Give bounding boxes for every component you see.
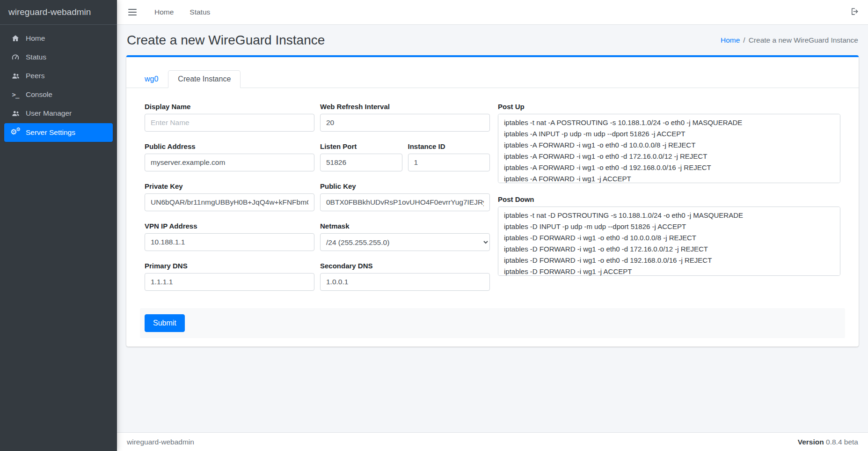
netmask-select[interactable]: /24 (255.255.255.0): [320, 233, 490, 251]
breadcrumb-current: Create a new WireGuard Instance: [749, 36, 858, 44]
instance-id-input[interactable]: [408, 154, 490, 171]
sign-out-icon: [850, 7, 859, 17]
post-down-textarea[interactable]: iptables -t nat -D POSTROUTING -s 10.188…: [498, 207, 840, 276]
post-up-label: Post Up: [498, 103, 840, 111]
web-refresh-interval-label: Web Refresh Interval: [320, 103, 490, 111]
form-footer: Submit: [140, 308, 845, 338]
navbar-link-home[interactable]: Home: [154, 8, 174, 16]
secondary-dns-label: Secondary DNS: [320, 262, 490, 270]
users-icon: [9, 72, 22, 80]
sidebar-item-label: User Manager: [26, 109, 72, 118]
vpn-ip-group: VPN IP Address: [145, 222, 314, 251]
sidebar-item-label: Home: [26, 34, 45, 43]
footer-brand: wireguard-webadmin: [127, 438, 194, 446]
sidebar-item-home[interactable]: Home: [4, 30, 113, 47]
users-gear-icon: [9, 109, 22, 118]
breadcrumb-home-link[interactable]: Home: [721, 36, 740, 44]
breadcrumb: Home / Create a new WireGuard Instance: [721, 36, 858, 44]
sidebar: wireguard-webadmin Home Status Peers: [0, 0, 117, 451]
footer-version: Version 0.8.4 beta: [798, 438, 858, 446]
sidebar-item-console[interactable]: >_ Console: [4, 86, 113, 104]
sidebar-item-server-settings[interactable]: ⚙⚙ Server Settings: [4, 123, 113, 142]
vpn-ip-input[interactable]: [145, 233, 314, 251]
private-key-group: Private Key: [145, 182, 314, 211]
public-address-group: Public Address: [145, 142, 314, 171]
web-refresh-interval-input[interactable]: [320, 114, 490, 132]
form-right-column: Post Up iptables -t nat -A POSTROUTING -…: [498, 103, 840, 302]
primary-dns-input[interactable]: [145, 273, 314, 291]
terminal-icon: >_: [9, 91, 22, 98]
app-root: wireguard-webadmin Home Status Peers: [0, 0, 868, 451]
vpn-ip-label: VPN IP Address: [145, 222, 314, 230]
tab-create-instance[interactable]: Create Instance: [168, 70, 241, 88]
listen-port-input[interactable]: [320, 154, 402, 171]
instance-id-group: Instance ID: [408, 142, 490, 171]
post-down-label: Post Down: [498, 195, 840, 203]
public-address-input[interactable]: [145, 154, 314, 171]
top-navbar: Home Status: [117, 0, 868, 25]
sidebar-item-label: Console: [26, 90, 52, 99]
secondary-dns-input[interactable]: [320, 273, 490, 291]
listen-port-label: Listen Port: [320, 142, 402, 150]
port-id-row: Listen Port Instance ID: [320, 142, 490, 182]
secondary-dns-group: Secondary DNS: [320, 262, 490, 291]
public-key-group: Public Key: [320, 182, 490, 211]
gears-icon: ⚙⚙: [9, 128, 22, 137]
web-refresh-interval-group: Web Refresh Interval: [320, 103, 490, 132]
logout-button[interactable]: [850, 7, 859, 17]
instance-tabs: wg0 Create Instance: [135, 70, 850, 88]
instance-form: Display Name Web Refresh Interval Public…: [145, 103, 840, 302]
public-key-label: Public Key: [320, 182, 490, 190]
submit-button[interactable]: Submit: [145, 314, 185, 332]
listen-port-group: Listen Port: [320, 142, 402, 171]
brand[interactable]: wireguard-webadmin: [0, 0, 117, 25]
display-name-group: Display Name: [145, 103, 314, 132]
primary-dns-label: Primary DNS: [145, 262, 314, 270]
instance-card: wg0 Create Instance Display Name: [126, 55, 859, 347]
content-wrapper: Create a new WireGuard Instance Home / C…: [117, 25, 868, 432]
sidebar-item-label: Server Settings: [26, 128, 75, 137]
instance-id-label: Instance ID: [408, 142, 490, 150]
public-key-input[interactable]: [320, 193, 490, 211]
sidebar-item-status[interactable]: Status: [4, 48, 113, 66]
tachometer-icon: [9, 53, 22, 61]
content-header: Create a new WireGuard Instance Home / C…: [117, 25, 868, 54]
tab-wg0[interactable]: wg0: [135, 70, 168, 88]
post-down-group: Post Down iptables -t nat -D POSTROUTING…: [498, 195, 840, 277]
private-key-input[interactable]: [145, 193, 314, 211]
sidebar-item-user-manager[interactable]: User Manager: [4, 104, 113, 122]
post-up-group: Post Up iptables -t nat -A POSTROUTING -…: [498, 103, 840, 185]
footer-version-value: 0.8.4 beta: [826, 438, 858, 446]
page-footer: wireguard-webadmin Version 0.8.4 beta: [117, 432, 868, 451]
post-up-textarea[interactable]: iptables -t nat -A POSTROUTING -s 10.188…: [498, 114, 840, 183]
main-area: Home Status Create a new WireGuard Insta…: [117, 0, 868, 451]
sidebar-item-label: Status: [26, 53, 46, 61]
navbar-link-status[interactable]: Status: [190, 8, 210, 16]
display-name-input[interactable]: [145, 114, 314, 132]
form-left-columns: Display Name Web Refresh Interval Public…: [145, 103, 490, 302]
primary-dns-group: Primary DNS: [145, 262, 314, 291]
card-header: wg0 Create Instance: [126, 57, 859, 88]
footer-version-label: Version: [798, 438, 824, 446]
display-name-label: Display Name: [145, 103, 314, 111]
sidebar-item-label: Peers: [26, 72, 45, 80]
page-title: Create a new WireGuard Instance: [127, 33, 325, 48]
menu-toggle-button[interactable]: [126, 6, 139, 18]
netmask-group: Netmask /24 (255.255.255.0): [320, 222, 490, 251]
public-address-label: Public Address: [145, 142, 314, 150]
sidebar-nav: Home Status Peers >_ Console: [0, 25, 117, 148]
card-body: Display Name Web Refresh Interval Public…: [126, 88, 859, 347]
netmask-label: Netmask: [320, 222, 490, 230]
private-key-label: Private Key: [145, 182, 314, 190]
breadcrumb-separator: /: [743, 36, 745, 44]
home-icon: [9, 34, 22, 43]
sidebar-item-peers[interactable]: Peers: [4, 67, 113, 85]
